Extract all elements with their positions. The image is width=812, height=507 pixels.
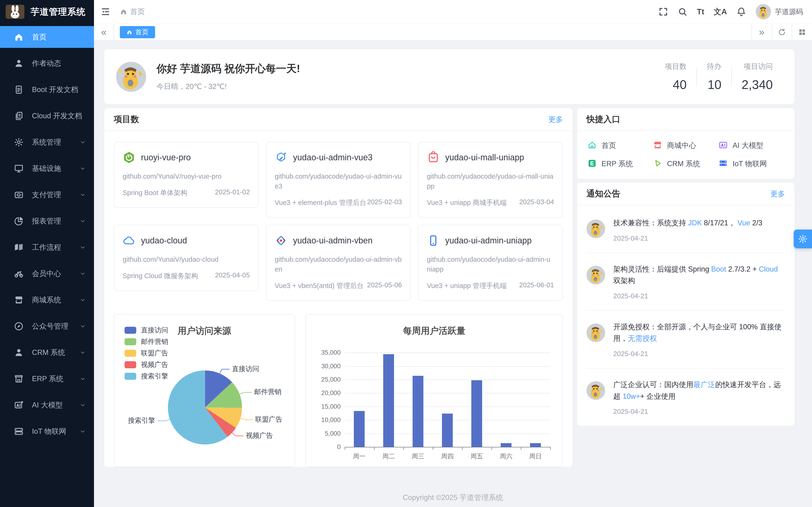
- sidebar-item-member[interactable]: 会员中心: [0, 263, 94, 284]
- tabs-scroll-left-button[interactable]: «: [94, 24, 114, 40]
- shortcut-商城中心[interactable]: 商城中心: [653, 140, 718, 151]
- notice-item-4[interactable]: 广泛企业认可：国内使用最广泛的快速开发平台，远超 10w++ 企业使用 2025…: [587, 369, 785, 426]
- cloud-project-icon: [123, 234, 135, 247]
- collapse-sidebar-icon[interactable]: [101, 7, 110, 17]
- username: 芋道源码: [775, 7, 803, 17]
- project-url[interactable]: github.com/YunaiV/ruoyi-vue-pro: [123, 171, 250, 181]
- shortcut-CRM 系统[interactable]: CRM 系统: [653, 159, 718, 169]
- project-name: yudao-ui-admin-vue3: [293, 153, 372, 162]
- sidebar-item-label: IoT 物联网: [32, 427, 66, 436]
- app-logo[interactable]: 芋道管理系统: [0, 0, 94, 23]
- crm-icon: [14, 347, 24, 358]
- sidebar-item-system[interactable]: 系统管理: [0, 131, 94, 153]
- chevron-down-icon: [80, 270, 86, 277]
- search-icon[interactable]: [677, 7, 688, 17]
- chevron-down-icon: [80, 323, 86, 330]
- sidebar-item-label: ERP 系统: [32, 374, 63, 384]
- notice-title: 架构灵活性：后端提供 Spring Boot 2.7/3.2 + Cloud 双…: [613, 263, 785, 287]
- shortcut-ERP 系统[interactable]: ERP 系统: [588, 159, 653, 169]
- sidebar-item-author[interactable]: 作者动态: [0, 52, 94, 74]
- notice-item-3[interactable]: 开源免授权：全部开源，个人与企业可 100% 直接使用，无需授权 2025-04…: [587, 311, 785, 369]
- bar-周一[interactable]: [354, 411, 365, 447]
- notice-item-1[interactable]: 技术兼容性：系统支持 JDK 8/17/21， Vue 2/3 2025-04-…: [587, 207, 785, 253]
- sidebar-item-boot-doc[interactable]: Boot 开发文档: [0, 78, 94, 101]
- settings-fab-button[interactable]: [794, 230, 812, 248]
- project-url[interactable]: github.com/yudaocode/yudao-ui-admin-unia…: [427, 255, 554, 274]
- project-name: yudao-ui-mall-uniapp: [445, 153, 524, 162]
- sidebar-item-iot[interactable]: IoT 物联网: [0, 420, 94, 442]
- project-card-yudao-ui-admin-vue3[interactable]: yudao-ui-admin-vue3 github.com/yudaocode…: [266, 142, 411, 218]
- project-url[interactable]: github.com/yudaocode/yudao-ui-mall-uniap…: [427, 171, 554, 191]
- tabs: 首页: [114, 24, 751, 40]
- tab-home[interactable]: 首页: [120, 26, 155, 38]
- sc-crm-icon: [653, 159, 662, 169]
- tabbar: « 首页 »: [94, 24, 812, 41]
- project-desc: Vue3 + vben5(antd) 管理后台: [275, 281, 364, 291]
- sidebar-item-mall[interactable]: 商城系统: [0, 289, 94, 311]
- notification-bell-icon[interactable]: [737, 7, 746, 17]
- system-icon: [14, 137, 24, 148]
- notice-title: 开源免授权：全部开源，个人与企业可 100% 直接使用，无需授权: [613, 321, 785, 344]
- shortcut-首页[interactable]: 首页: [588, 140, 653, 151]
- pay-icon: [14, 190, 24, 200]
- language-icon[interactable]: 文A: [714, 7, 727, 17]
- vue3-project-icon: [275, 151, 287, 164]
- cloud-doc-icon: [14, 111, 24, 121]
- sidebar-item-pay[interactable]: 支付管理: [0, 184, 94, 206]
- sc-erp-icon: [588, 159, 597, 169]
- gridline: [345, 393, 550, 393]
- notice-item-2[interactable]: 架构灵活性：后端提供 Spring Boot 2.7/3.2 + Cloud 双…: [587, 253, 785, 311]
- projects-more-link[interactable]: 更多: [548, 115, 563, 124]
- bar-周六[interactable]: [501, 443, 511, 447]
- notices-more-link[interactable]: 更多: [770, 189, 785, 199]
- tabs-refresh-button[interactable]: [772, 24, 792, 40]
- shortcut-AI 大模型[interactable]: AI 大模型: [718, 140, 784, 151]
- project-name: ruoyi-vue-pro: [141, 153, 191, 162]
- user-menu[interactable]: 芋道源码: [756, 4, 803, 19]
- project-url[interactable]: github.com/yudaocode/yudao-ui-admin-vue3: [275, 171, 402, 191]
- bar-周四[interactable]: [442, 413, 453, 447]
- x-axis-category-label: 周二: [374, 452, 403, 460]
- tabs-scroll-right-button[interactable]: »: [751, 24, 772, 40]
- fullscreen-icon[interactable]: [658, 7, 668, 17]
- x-axis-tick: [345, 447, 345, 450]
- sidebar-item-ai[interactable]: AI 大模型: [0, 394, 94, 416]
- x-axis-category-label: 周五: [462, 452, 491, 460]
- project-desc: Vue3 + element-plus 管理后台: [275, 198, 366, 208]
- project-card-ruoyi-vue-pro[interactable]: ruoyi-vue-pro github.com/YunaiV/ruoyi-vu…: [114, 142, 259, 208]
- sidebar-item-crm[interactable]: CRM 系统: [0, 341, 94, 363]
- bar-周日[interactable]: [530, 443, 541, 447]
- x-axis-category-label: 周四: [433, 452, 462, 460]
- project-date: 2025-01-02: [215, 188, 250, 198]
- sidebar-item-infra[interactable]: 基础设施: [0, 158, 94, 179]
- sidebar-item-mp[interactable]: 公众号管理: [0, 315, 94, 337]
- project-url[interactable]: github.com/yudaocode/yudao-ui-admin-vben: [275, 255, 402, 274]
- shortcuts-panel: 快捷入口 首页商城中心AI 大模型ERP 系统CRM 系统IoT 物联网: [577, 108, 794, 179]
- project-card-yudao-ui-mall-uniapp[interactable]: yudao-ui-mall-uniapp github.com/yudaocod…: [418, 142, 563, 218]
- bar-周二[interactable]: [383, 354, 394, 447]
- project-url[interactable]: github.com/YunaiV/yudao-cloud: [123, 255, 250, 264]
- notice-avatar: [587, 219, 605, 238]
- x-axis-category-label: 周六: [492, 452, 521, 460]
- font-size-icon[interactable]: Tt: [697, 7, 704, 16]
- sidebar-item-workflow[interactable]: 工作流程: [0, 236, 94, 258]
- sidebar-item-erp[interactable]: ERP 系统: [0, 368, 94, 390]
- project-date: 2025-04-05: [215, 271, 250, 281]
- project-card-yudao-ui-admin-uniapp[interactable]: yudao-ui-admin-uniapp github.com/yudaoco…: [418, 225, 563, 301]
- sidebar-item-report[interactable]: 报表管理: [0, 210, 94, 232]
- bar-周三[interactable]: [413, 376, 423, 447]
- x-axis-tick: [521, 447, 521, 450]
- shortcut-IoT 物联网[interactable]: IoT 物联网: [718, 159, 784, 169]
- sidebar-item-home[interactable]: 首页: [0, 26, 94, 48]
- gridline: [345, 380, 550, 380]
- welcome-card: 你好 芋道源码 祝你开心每一天! 今日晴，20℃ - 32℃! 项目数 40 待…: [104, 49, 794, 104]
- shortcut-label: ERP 系统: [602, 159, 633, 169]
- sidebar: 芋道管理系统 首页作者动态Boot 开发文档Cloud 开发文档系统管理基础设施…: [0, 0, 94, 507]
- bar-周五[interactable]: [471, 380, 482, 447]
- pie-label: 联盟广告: [255, 415, 283, 423]
- project-card-yudao-cloud[interactable]: yudao-cloud github.com/YunaiV/yudao-clou…: [114, 225, 259, 291]
- notice-date: 2025-04-21: [613, 350, 785, 358]
- tabs-layout-button[interactable]: [792, 24, 812, 40]
- project-card-yudao-ui-admin-vben[interactable]: yudao-ui-admin-vben github.com/yudaocode…: [266, 225, 411, 301]
- sidebar-item-cloud-doc[interactable]: Cloud 开发文档: [0, 105, 94, 127]
